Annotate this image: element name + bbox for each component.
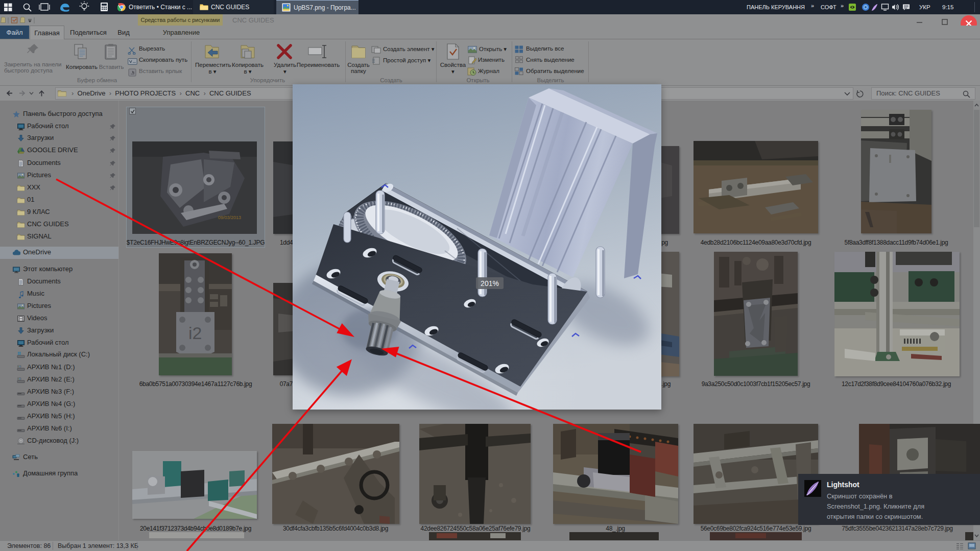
- svg-text:i2: i2: [188, 323, 202, 343]
- svg-text:201%: 201%: [481, 279, 499, 288]
- svg-text:09/03/2013: 09/03/2013: [218, 215, 241, 220]
